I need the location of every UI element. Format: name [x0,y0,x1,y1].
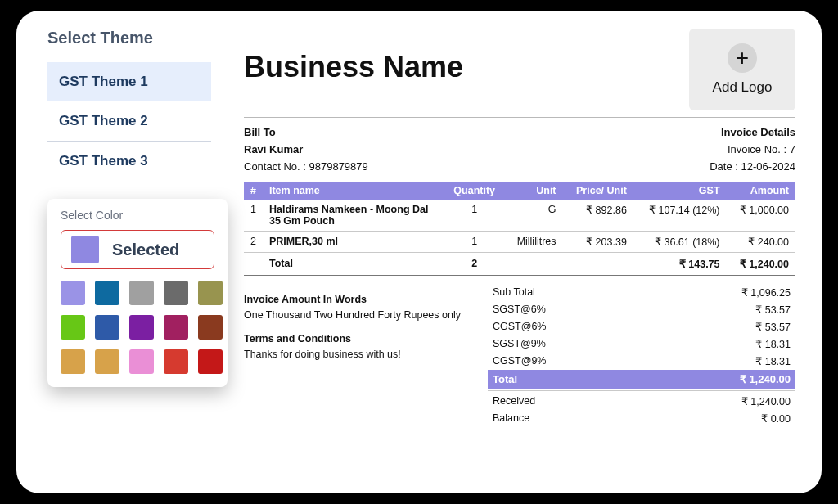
summary-value: ₹ 18.31 [755,338,791,350]
total-cell-0 [244,253,263,276]
summary-label: Sub Total [493,286,535,299]
customer-contact: Contact No. : 9879879879 [244,159,368,176]
cell-amount: ₹ 240.00 [727,232,795,253]
amount-words: One Thousand Two Hundred Forty Rupees on… [244,308,473,323]
table-total-row: Total2₹ 143.75₹ 1,240.00 [244,253,795,276]
summary-label: SGST@6% [493,304,546,316]
total-cell-2: 2 [444,253,505,276]
invoice-preview: Business Name + Add Logo Bill To Ravi Ku… [211,29,795,479]
cell-name: PRIMER,30 ml [263,232,444,253]
summary-row: SGST@6%₹ 53.57 [488,301,795,318]
col-3: Unit [505,182,563,200]
theme-option-2[interactable]: GST Theme 2 [47,101,211,142]
total-cell-5: ₹ 143.75 [633,253,727,276]
terms-text: Thanks for doing business with us! [244,347,473,362]
color-swatch-13[interactable] [164,349,188,374]
theme-option-1[interactable]: GST Theme 1 [47,62,211,101]
cell-unit: G [505,200,563,232]
col-2: Quantity [444,182,505,200]
swatch-grid [61,281,214,374]
app-window: Select Theme GST Theme 1 GST Theme 2 GST… [16,11,822,493]
summary-label: Received [493,395,535,407]
col-5: GST [633,182,727,200]
sidebar: Select Theme GST Theme 1 GST Theme 2 GST… [47,29,211,479]
summary-label: CGST@9% [493,355,546,367]
summary-column: Sub Total₹ 1,096.25SGST@6%₹ 53.57CGST@6%… [488,284,795,427]
cell-qty: 1 [444,232,505,253]
summary-value: ₹ 53.57 [755,304,791,316]
color-panel: Select Color Selected [47,199,228,387]
items-table: #Item nameQuantityUnitPrice/ UnitGSTAmou… [244,182,795,276]
color-swatch-3[interactable] [164,281,188,305]
amount-words-label: Invoice Amount In Words [244,292,473,308]
divider [244,117,795,118]
cell-price: ₹ 892.86 [563,200,633,232]
summary-row: SGST@9%₹ 18.31 [488,335,795,353]
bill-header-row: Bill To Ravi Kumar Contact No. : 9879879… [244,124,795,175]
table-header-row: #Item nameQuantityUnitPrice/ UnitGSTAmou… [244,182,795,200]
table-row: 1Haldirams Namkeen - Moong Dal 35 Gm Pou… [244,200,795,232]
plus-icon: + [728,43,757,73]
selected-color-label: Selected [112,241,179,259]
total-cell-3 [505,253,563,276]
selected-color-swatch [71,236,99,263]
terms-label: Terms and Conditions [244,331,473,347]
invoice-left-info: Invoice Amount In Words One Thousand Two… [244,284,473,427]
customer-name: Ravi Kumar [244,142,368,159]
col-4: Price/ Unit [563,182,633,200]
invoice-number: Invoice No. : 7 [710,142,795,159]
col-0: # [244,182,263,200]
table-row: 2PRIMER,30 ml1Millilitres₹ 203.39₹ 36.61… [244,232,795,253]
summary-value: ₹ 1,096.25 [741,286,791,299]
color-swatch-2[interactable] [129,281,154,305]
color-swatch-1[interactable] [95,281,119,305]
cell-n: 2 [244,232,263,253]
color-panel-title: Select Color [61,209,214,222]
add-logo-button[interactable]: + Add Logo [689,29,795,110]
col-6: Amount [727,182,795,200]
summary-row: Received₹ 1,240.00 [488,390,795,410]
summary-label: SGST@9% [493,338,546,350]
summary-total-value: ₹ 1,240.00 [740,373,791,385]
cell-unit: Millilitres [505,232,563,253]
sidebar-title: Select Theme [47,29,211,47]
color-swatch-11[interactable] [95,349,119,374]
col-1: Item name [263,182,444,200]
summary-row: CGST@9%₹ 18.31 [488,353,795,370]
cell-n: 1 [244,200,263,232]
bill-to-label: Bill To [244,124,368,142]
summary-row: Balance₹ 0.00 [488,410,795,427]
cell-amount: ₹ 1,000.00 [727,200,795,232]
business-name: Business Name [244,50,463,84]
color-swatch-10[interactable] [61,349,85,374]
cell-gst: ₹ 107.14 (12%) [633,200,727,232]
cell-gst: ₹ 36.61 (18%) [633,232,727,253]
summary-label: Balance [493,412,529,425]
summary-total-row: Total₹ 1,240.00 [488,370,795,389]
total-cell-4 [563,253,633,276]
invoice-details-label: Invoice Details [710,124,795,142]
summary-total-label: Total [493,373,517,385]
color-swatch-7[interactable] [129,315,154,340]
theme-option-3[interactable]: GST Theme 3 [47,142,211,181]
total-cell-6: ₹ 1,240.00 [727,253,795,276]
summary-value: ₹ 18.31 [755,355,791,367]
color-swatch-6[interactable] [95,315,119,340]
summary-row: CGST@6%₹ 53.57 [488,318,795,335]
summary-row: Sub Total₹ 1,096.25 [488,284,795,301]
invoice-date: Date : 12-06-2024 [710,159,795,176]
summary-value: ₹ 0.00 [761,412,791,425]
add-logo-label: Add Logo [713,79,773,96]
color-swatch-0[interactable] [61,281,85,305]
total-cell-1: Total [263,253,444,276]
cell-name: Haldirams Namkeen - Moong Dal 35 Gm Pouc… [263,200,444,232]
selected-color-row[interactable]: Selected [61,230,214,269]
color-swatch-5[interactable] [61,315,85,340]
cell-price: ₹ 203.39 [563,232,633,253]
color-swatch-12[interactable] [129,349,154,374]
summary-value: ₹ 1,240.00 [741,395,791,407]
color-swatch-8[interactable] [164,315,188,340]
summary-label: CGST@6% [493,321,546,333]
summary-value: ₹ 53.57 [755,321,791,333]
cell-qty: 1 [444,200,505,232]
